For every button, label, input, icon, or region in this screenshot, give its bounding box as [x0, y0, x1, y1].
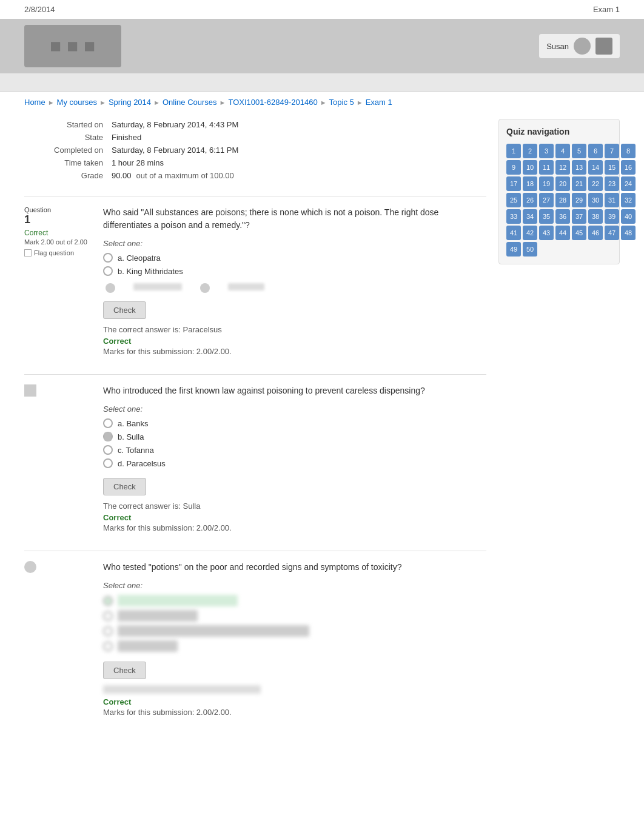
- nav-cell-40[interactable]: 40: [621, 209, 636, 224]
- flag-button-1[interactable]: Flag question: [24, 249, 97, 257]
- nav-cell-3[interactable]: 3: [539, 144, 554, 158]
- question-status-1: Correct: [24, 229, 97, 237]
- nav-cell-34[interactable]: 34: [523, 209, 537, 224]
- nav-cell-5[interactable]: 5: [572, 144, 586, 158]
- nav-cell-2[interactable]: 2: [523, 144, 537, 158]
- nav-cell-24[interactable]: 24: [621, 176, 636, 191]
- nav-cell-29[interactable]: 29: [572, 193, 586, 207]
- radio-1a[interactable]: [103, 253, 113, 263]
- nav-cell-7[interactable]: 7: [605, 144, 619, 158]
- radio-2b[interactable]: [103, 432, 113, 441]
- breadcrumb-exam1[interactable]: Exam 1: [366, 98, 392, 107]
- question-mark-1: Mark 2.00 out of 2.00: [24, 238, 97, 246]
- settings-icon[interactable]: [595, 38, 612, 55]
- nav-cell-20[interactable]: 20: [555, 176, 570, 191]
- grade-value: 90.00: [112, 171, 132, 180]
- nav-cell-13[interactable]: 13: [572, 160, 586, 175]
- radio-2a[interactable]: [103, 418, 113, 428]
- options-2: a. Banks b. Sulla c. Tofanna d.: [103, 418, 486, 468]
- nav-cell-19[interactable]: 19: [539, 176, 554, 191]
- question-left-3: [24, 561, 97, 717]
- check-button-2[interactable]: Check: [103, 478, 146, 495]
- completed-label: Completed on: [25, 146, 110, 157]
- breadcrumb-spring2014[interactable]: Spring 2014: [109, 98, 151, 107]
- nav-cell-1[interactable]: 1: [506, 144, 521, 158]
- question-text-2: Who introduced the first known law again…: [103, 384, 486, 397]
- nav-cell-10[interactable]: 10: [523, 160, 537, 175]
- nav-cell-32[interactable]: 32: [621, 193, 636, 207]
- breadcrumb-topic5[interactable]: Topic 5: [329, 98, 354, 107]
- nav-cell-38[interactable]: 38: [588, 209, 603, 224]
- user-avatar: [574, 38, 591, 55]
- flag-checkbox-1[interactable]: [24, 249, 32, 257]
- nav-cell-17[interactable]: 17: [506, 176, 521, 191]
- nav-cell-27[interactable]: 27: [539, 193, 554, 207]
- completed-val: Saturday, 8 February 2014, 6:11 PM: [112, 146, 238, 157]
- nav-cell-46[interactable]: 46: [588, 226, 603, 240]
- nav-cell-26[interactable]: 26: [523, 193, 537, 207]
- correct-answer-2: The correct answer is: Sulla: [103, 501, 486, 511]
- option-2c[interactable]: c. Tofanna: [103, 445, 486, 455]
- nav-cell-49[interactable]: 49: [506, 242, 521, 257]
- started-label: Started on: [25, 120, 110, 132]
- radio-2d[interactable]: [103, 458, 113, 468]
- nav-cell-41[interactable]: 41: [506, 226, 521, 240]
- option-1b[interactable]: b. King Mithridates: [103, 266, 486, 276]
- marks-2: Marks for this submission: 2.00/2.00.: [103, 523, 486, 532]
- check-button-1[interactable]: Check: [103, 301, 146, 319]
- option-2a-text: a. Banks: [118, 419, 149, 428]
- correct-answer-3-blurred: [103, 685, 261, 694]
- nav-cell-15[interactable]: 15: [605, 160, 619, 175]
- nav-cell-11[interactable]: 11: [539, 160, 554, 175]
- nav-cell-12[interactable]: 12: [555, 160, 570, 175]
- nav-cell-31[interactable]: 31: [605, 193, 619, 207]
- blurred-radio-d: [200, 283, 210, 293]
- blurred-radio-c: [106, 283, 115, 293]
- nav-cell-23[interactable]: 23: [605, 176, 619, 191]
- question-block-2: Who introduced the first known law again…: [24, 374, 486, 532]
- question-right-1: Who said "All substances are poisons; th…: [103, 206, 486, 356]
- nav-cell-43[interactable]: 43: [539, 226, 554, 240]
- nav-cell-45[interactable]: 45: [572, 226, 586, 240]
- quiz-nav-title: Quiz navigation: [506, 127, 612, 136]
- nav-cell-36[interactable]: 36: [555, 209, 570, 224]
- nav-cell-30[interactable]: 30: [588, 193, 603, 207]
- option-1a[interactable]: a. Cleopatra: [103, 253, 486, 263]
- nav-cell-25[interactable]: 25: [506, 193, 521, 207]
- option-2a[interactable]: a. Banks: [103, 418, 486, 428]
- check-button-3[interactable]: Check: [103, 662, 146, 679]
- select-one-1: Select one:: [103, 239, 486, 248]
- nav-cell-47[interactable]: 47: [605, 226, 619, 240]
- nav-cell-39[interactable]: 39: [605, 209, 619, 224]
- nav-cell-37[interactable]: 37: [572, 209, 586, 224]
- result-1: Correct: [103, 337, 486, 346]
- radio-2c[interactable]: [103, 445, 113, 455]
- breadcrumb-onlinecourses[interactable]: Online Courses: [163, 98, 217, 107]
- blurred-option-d: [228, 283, 264, 290]
- nav-cell-16[interactable]: 16: [621, 160, 636, 175]
- breadcrumb-mycourses[interactable]: My courses: [57, 98, 97, 107]
- nav-cell-22[interactable]: 22: [588, 176, 603, 191]
- question-text-3: Who tested "potions" on the poor and rec…: [103, 561, 486, 574]
- nav-cell-8[interactable]: 8: [621, 144, 636, 158]
- nav-cell-9[interactable]: 9: [506, 160, 521, 175]
- breadcrumb-home[interactable]: Home: [24, 98, 45, 107]
- option-2d[interactable]: d. Paracelsus: [103, 458, 486, 468]
- nav-cell-44[interactable]: 44: [555, 226, 570, 240]
- nav-cell-28[interactable]: 28: [555, 193, 570, 207]
- nav-cell-21[interactable]: 21: [572, 176, 586, 191]
- nav-cell-48[interactable]: 48: [621, 226, 636, 240]
- nav-cell-42[interactable]: 42: [523, 226, 537, 240]
- nav-cell-50[interactable]: 50: [523, 242, 537, 257]
- radio-1b[interactable]: [103, 266, 113, 276]
- breadcrumb-course[interactable]: TOXI1001-62849-201460: [228, 98, 317, 107]
- nav-cell-18[interactable]: 18: [523, 176, 537, 191]
- nav-cell-6[interactable]: 6: [588, 144, 603, 158]
- nav-cell-35[interactable]: 35: [539, 209, 554, 224]
- nav-cell-33[interactable]: 33: [506, 209, 521, 224]
- option-2b[interactable]: b. Sulla: [103, 432, 486, 441]
- nav-cell-14[interactable]: 14: [588, 160, 603, 175]
- nav-cell-4[interactable]: 4: [555, 144, 570, 158]
- date-label: 2/8/2014: [24, 5, 55, 14]
- option-2d-text: d. Paracelsus: [118, 459, 166, 468]
